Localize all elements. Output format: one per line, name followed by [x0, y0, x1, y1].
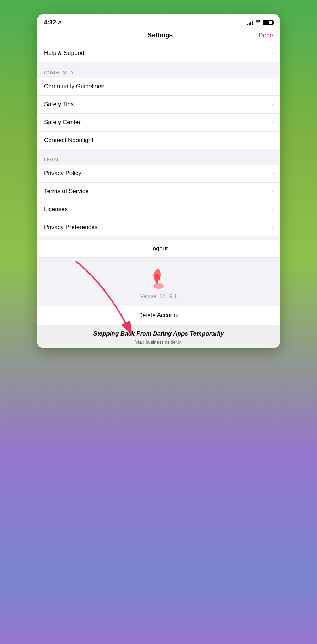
done-button[interactable]: Done [259, 32, 273, 39]
terms-of-service-item[interactable]: Terms of Service › [37, 183, 280, 200]
section-gap [37, 62, 280, 66]
location-icon: ↗ [57, 20, 61, 25]
safety-center-item[interactable]: Safety Center › [37, 114, 280, 132]
tinder-flame-icon [150, 268, 167, 289]
footer-area: Version 12.19.1 [37, 258, 280, 306]
connect-noonlight-item[interactable]: Connect Noonlight [37, 132, 280, 149]
community-header-label: COMMUNITY [44, 70, 74, 75]
legal-header-label: LEGAL [44, 157, 60, 162]
terms-of-service-label: Terms of Service [44, 188, 89, 195]
bottom-caption: Stepping Back From Dating Apps Temporari… [37, 325, 280, 348]
time-display: 4:32 [44, 19, 56, 26]
delete-account-button[interactable]: Delete Account [138, 312, 179, 319]
chevron-right-icon: › [271, 83, 273, 90]
delete-account-section: Delete Account [37, 306, 280, 325]
licenses-label: Licenses [44, 206, 68, 213]
svg-point-1 [153, 283, 164, 289]
help-support-item[interactable]: Help & Support › [37, 44, 280, 62]
safety-tips-label: Safety Tips [44, 101, 74, 108]
battery-icon [263, 20, 273, 25]
chevron-right-icon: › [271, 206, 273, 212]
version-label: Version 12.19.1 [140, 293, 177, 299]
caption-source: Via : businessinsider.in [44, 339, 273, 345]
status-time: 4:32 ↗ [44, 19, 61, 26]
phone-frame: 4:32 ↗ Settings Done [37, 14, 280, 348]
safety-center-label: Safety Center [44, 119, 81, 126]
logout-label: Logout [149, 245, 168, 252]
chevron-right-icon: › [271, 170, 273, 177]
page-title: Settings [148, 32, 173, 39]
status-icons [247, 20, 273, 25]
legal-section-header: LEGAL [37, 153, 280, 165]
caption-title: Stepping Back From Dating Apps Temporari… [44, 330, 273, 337]
privacy-preferences-item[interactable]: Privacy Preferences › [37, 218, 280, 236]
help-support-label: Help & Support [44, 50, 85, 57]
status-bar: 4:32 ↗ [37, 14, 280, 28]
privacy-preferences-label: Privacy Preferences [44, 224, 98, 231]
chevron-right-icon: › [271, 101, 273, 108]
logout-item[interactable]: Logout [37, 240, 280, 258]
chevron-right-icon: › [271, 224, 273, 230]
privacy-policy-label: Privacy Policy [44, 170, 81, 177]
community-guidelines-label: Community Guidelines [44, 83, 104, 90]
chevron-right-icon: › [271, 50, 273, 56]
community-section-header: COMMUNITY [37, 66, 280, 78]
community-guidelines-item[interactable]: Community Guidelines › [37, 78, 280, 96]
signal-icon [247, 20, 253, 25]
wifi-icon [255, 20, 261, 25]
privacy-policy-item[interactable]: Privacy Policy › [37, 165, 280, 183]
licenses-item[interactable]: Licenses › [37, 200, 280, 218]
chevron-right-icon: › [271, 119, 273, 126]
footer-section: Version 12.19.1 [37, 258, 280, 306]
connect-noonlight-label: Connect Noonlight [44, 137, 93, 144]
settings-list: Help & Support › COMMUNITY Community Gui… [37, 44, 280, 348]
navigation-bar: Settings Done [37, 28, 280, 44]
section-gap-3 [37, 236, 280, 240]
safety-tips-item[interactable]: Safety Tips › [37, 96, 280, 114]
section-gap-2 [37, 149, 280, 153]
chevron-right-icon: › [271, 188, 273, 195]
